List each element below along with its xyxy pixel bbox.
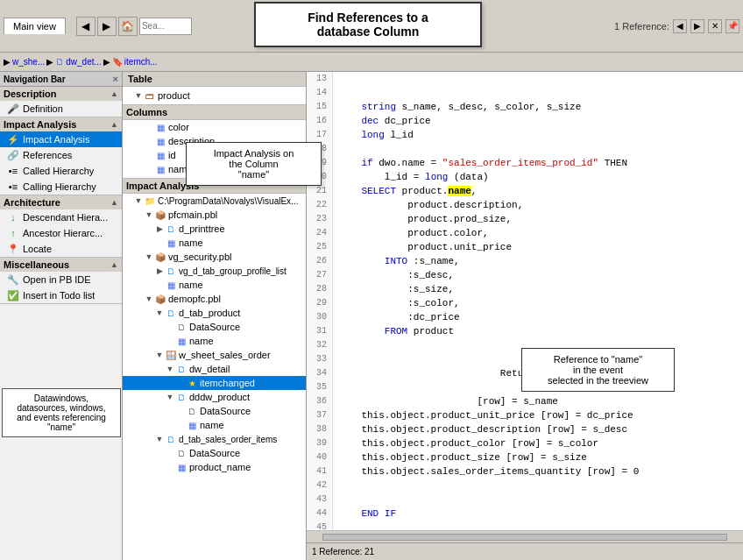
tree-toggle-vgsecurity[interactable]: ▼	[144, 252, 154, 261]
tree-label-ds-dtab: DataSource	[189, 322, 240, 332]
tree-node-dwdetail[interactable]: ▼ 🗋 dw_detail	[123, 362, 306, 376]
tree-toggle-dwdetail[interactable]: ▼	[165, 365, 175, 373]
tree-toggle-vg-tab[interactable]: ▶	[154, 266, 165, 275]
tree-node-itemchanged[interactable]: ★ itemchanged	[123, 376, 306, 390]
main-view-tab[interactable]: Main view	[4, 18, 66, 34]
tree-node-product[interactable]: ▼ 🗃 product	[123, 89, 306, 103]
breadcrumb-itemch[interactable]: itemch...	[124, 57, 158, 67]
tree-node-wsheet[interactable]: ▼ 🪟 w_sheet_sales_order	[123, 348, 306, 362]
scroll-right-btn[interactable]: ▶	[690, 19, 704, 33]
tree-node-name[interactable]: ▦ name	[123, 162, 306, 176]
tree-node-dprinttree[interactable]: ▶ 🗋 d_printtree	[123, 222, 306, 236]
code-line-42: 42	[307, 478, 743, 493]
nav-item-insert-todo[interactable]: ✅ Insert in Todo list	[0, 287, 122, 303]
nav-section-architecture-header[interactable]: Architecture ▲	[0, 195, 122, 209]
tree-toggle-wsheet[interactable]: ▼	[154, 351, 165, 359]
tree-toggle-dddwproduct[interactable]: ▼	[165, 393, 175, 401]
tree-node-pfcmain[interactable]: ▼ 📦 pfcmain.pbl	[123, 208, 306, 222]
nav-section-impact-header[interactable]: Impact Analysis ▲	[0, 117, 122, 131]
tree-node-datasource-dtab[interactable]: 🗋 DataSource	[123, 320, 306, 334]
pin-btn[interactable]: 📌	[725, 19, 739, 33]
code-line-21: 21 SELECT product.name,	[307, 184, 743, 198]
nav-section-misc-header[interactable]: Miscellaneous ▲	[0, 258, 122, 272]
tree-node-name-vgsecurity[interactable]: ▦ name	[123, 278, 306, 292]
scroll-left-btn[interactable]: ◀	[673, 19, 687, 33]
nav-item-ancestor-label: Ancestor Hierarc...	[23, 228, 103, 238]
field-icon-name-vg: ▦	[165, 279, 177, 291]
datasource-icon-dtab: 🗋	[175, 321, 188, 333]
status-bar: 1 Reference: 21	[307, 542, 743, 560]
tree-node-vg-tab[interactable]: ▶ 🗋 vg_d_tab_group_profile_list	[123, 264, 306, 278]
insert-todo-icon: ✅	[7, 289, 19, 301]
breadcrumb-dwdet[interactable]: dw_det...	[66, 57, 102, 67]
tree-content: ▼ 🗃 product Columns ▦ color	[123, 87, 306, 560]
nav-section-description-header[interactable]: Description ▲	[0, 87, 122, 101]
tree-toggle-dprinttree[interactable]: ▶	[154, 224, 165, 233]
tree-label-ds-dddw: DataSource	[200, 406, 251, 416]
tree-node-datasource-dddw[interactable]: 🗋 DataSource	[123, 404, 306, 418]
forward-button[interactable]: ▶	[97, 17, 117, 36]
tree-node-description[interactable]: ▦ description	[123, 134, 306, 148]
nav-panel-close[interactable]: ×	[113, 74, 118, 84]
tree-node-name-dddw[interactable]: ▦ name	[123, 418, 306, 432]
code-line-37: 37 this.object.product_unit_price [row] …	[307, 408, 743, 422]
tree-toggle-pfcmain[interactable]: ▼	[144, 210, 154, 219]
tree-toggle-root[interactable]: ▼	[133, 196, 144, 205]
search-input[interactable]	[139, 18, 192, 35]
code-area[interactable]: 13 14 15 string s_name, s_desc, s_color,…	[307, 72, 743, 530]
tree-label-dddwproduct: dddw_product	[189, 392, 250, 402]
nav-item-open-pb[interactable]: 🔧 Open in PB IDE	[0, 272, 122, 287]
pbl-icon-vgsecurity: 📦	[154, 251, 166, 263]
tree-node-productname[interactable]: ▦ product_name	[123, 460, 306, 474]
tree-node-color[interactable]: ▦ color	[123, 120, 306, 134]
nav-item-called-hierarchy[interactable]: •≡ Called Hierarchy	[0, 163, 122, 179]
tree-node-dtabproduct[interactable]: ▼ 🗋 d_tab_product	[123, 306, 306, 320]
tree-node-root-folder[interactable]: ▼ 📁 C:\ProgramData\Novalys\VisualEx...	[123, 194, 306, 208]
tree-toggle-demopfc[interactable]: ▼	[144, 294, 154, 303]
nav-item-descendant[interactable]: ↓ Descendant Hiera...	[0, 209, 122, 225]
back-button[interactable]: ◀	[76, 17, 96, 36]
nav-item-impact-analysis[interactable]: ⚡ Impact Analysis	[0, 131, 122, 147]
code-line-15: 15 string s_name, s_desc, s_color, s_siz…	[307, 100, 743, 114]
tree-toggle-product[interactable]: ▼	[133, 91, 144, 100]
tree-label-dtabsalesorder: d_tab_sales_order_items	[179, 435, 277, 444]
tree-toggle-dtabsalesorder[interactable]: ▼	[154, 435, 165, 443]
tree-node-dddwproduct[interactable]: ▼ 🗋 dddw_product	[123, 390, 306, 404]
code-line-22: 22 product.description,	[307, 198, 743, 212]
tree-toggle-dtabproduct[interactable]: ▼	[154, 308, 165, 317]
breadcrumb-icon-item: 🔖	[112, 57, 123, 67]
chevron-down-icon: ▲	[110, 89, 118, 98]
home-button[interactable]: 🏠	[118, 17, 138, 36]
called-hierarchy-icon: •≡	[7, 165, 19, 177]
code-line-14: 14	[307, 86, 743, 100]
code-line-24: 24 product.color,	[307, 226, 743, 240]
dw-icon-dtabproduct: 🗋	[165, 307, 177, 319]
tree-node-name-pfcmain[interactable]: ▦ name	[123, 236, 306, 250]
folder-icon: 📁	[144, 195, 156, 207]
dw-icon-dprinttree: 🗋	[165, 223, 177, 235]
descendant-icon: ↓	[7, 211, 19, 223]
tree-node-demopfc[interactable]: ▼ 📦 demopfc.pbl	[123, 292, 306, 306]
nav-item-definition[interactable]: 🎤 Definition	[0, 101, 122, 117]
nav-item-calling-label: Calling Hierarchy	[23, 181, 96, 192]
nav-item-calling-hierarchy[interactable]: •≡ Calling Hierarchy	[0, 179, 122, 195]
breadcrumb-icon-dw: 🗋	[55, 57, 64, 67]
horizontal-scrollbar[interactable]	[307, 530, 743, 542]
close-tab-btn[interactable]: ✕	[708, 19, 722, 33]
breadcrumb-sep2: ▶	[46, 57, 53, 67]
tree-node-vgsecurity[interactable]: ▼ 📦 vg_security.pbl	[123, 250, 306, 264]
pbl-icon-demopfc: 📦	[154, 293, 166, 305]
code-line-38: 38 this.object.product_description [row]…	[307, 422, 743, 436]
tree-label-name-dtab: name	[189, 336, 214, 346]
nav-item-references[interactable]: 🔗 References	[0, 147, 122, 163]
nav-item-references-label: References	[23, 150, 72, 160]
nav-item-locate[interactable]: 📍 Locate	[0, 241, 122, 257]
tree-node-dtabsalesorder[interactable]: ▼ 🗋 d_tab_sales_order_items	[123, 432, 306, 446]
nav-item-ancestor[interactable]: ↑ Ancestor Hierarc...	[0, 225, 122, 241]
breadcrumb-wshe[interactable]: w_she...	[12, 57, 45, 67]
code-line-41: 41 this.object.sales_order_items_quantit…	[307, 464, 743, 478]
breadcrumb-sep1: ▶	[4, 57, 11, 67]
tree-node-name-dtab[interactable]: ▦ name	[123, 334, 306, 348]
tree-node-datasource-dtabsales[interactable]: 🗋 DataSource	[123, 446, 306, 460]
tree-node-id[interactable]: ▦ id	[123, 148, 306, 162]
